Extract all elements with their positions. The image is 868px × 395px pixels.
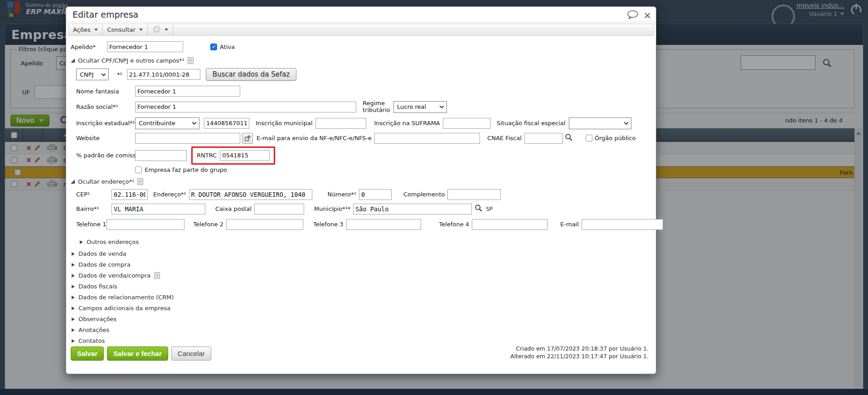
- report-icon[interactable]: [188, 57, 194, 64]
- telefone4-input[interactable]: [472, 219, 548, 230]
- numero-input[interactable]: [359, 189, 392, 200]
- section-toggle-campos-adicionais[interactable]: Campos adicionais da empresa: [72, 305, 656, 312]
- section-collapsed-icon: [72, 274, 75, 278]
- municipio-uf-value: SP: [486, 206, 493, 212]
- caixa-postal-input[interactable]: [254, 204, 304, 215]
- section-toggle-observacoes[interactable]: Observações: [72, 316, 656, 322]
- municipio-label: Município*¹*: [314, 205, 350, 212]
- grupo-label: Empresa faz parte do grupo: [145, 166, 227, 173]
- grupo-checkbox[interactable]: [135, 166, 142, 173]
- modal-titlebar: Editar empresa ×: [66, 7, 656, 22]
- settings-menu-button[interactable]: [148, 24, 173, 35]
- inscricao-municipal-label: Inscrição municipal: [256, 120, 313, 127]
- cnae-input[interactable]: [524, 133, 563, 144]
- regime-select[interactable]: Lucro real: [393, 101, 447, 113]
- section-expanded-icon: [71, 59, 75, 63]
- razao-social-input[interactable]: [135, 102, 356, 112]
- inscricao-municipal-input[interactable]: [315, 118, 366, 129]
- close-icon[interactable]: ×: [643, 11, 651, 20]
- cep-input[interactable]: [112, 189, 148, 200]
- search-icon[interactable]: [565, 133, 573, 143]
- email-nfe-input[interactable]: [374, 133, 480, 144]
- endereco-label: Endereço*¹: [153, 191, 186, 198]
- chevron-down-icon: [94, 29, 98, 31]
- nome-fantasia-input[interactable]: [135, 86, 240, 97]
- section-collapsed-icon: [72, 317, 75, 321]
- chat-bubble-icon[interactable]: [627, 10, 639, 21]
- section-endereco-label: Ocultar endereço*¹: [78, 178, 134, 185]
- modal-title: Editar empresa: [73, 10, 138, 20]
- chevron-down-icon: [165, 29, 168, 31]
- situacao-fiscal-select[interactable]: [569, 117, 631, 129]
- actions-menu-label: Ações: [73, 26, 91, 33]
- ativa-checkbox[interactable]: [210, 44, 217, 50]
- section-cpf-label: Ocultar CPF/CNPJ e outros campos*¹: [78, 57, 184, 64]
- chevron-down-icon: [139, 29, 143, 31]
- doc-required-marker: *¹: [117, 71, 122, 78]
- section-collapsed-icon: [80, 240, 83, 244]
- chevron-down-icon: [192, 121, 197, 125]
- chevron-down-icon: [102, 72, 106, 76]
- ativa-label: Ativa: [220, 44, 235, 50]
- save-close-button[interactable]: Salvar e fechar: [107, 346, 168, 361]
- section-expanded-icon: [71, 180, 75, 184]
- report-icon[interactable]: [137, 178, 143, 185]
- inscricao-estadual-input[interactable]: [204, 118, 249, 129]
- cnpj-input[interactable]: [127, 69, 200, 80]
- website-input[interactable]: [135, 133, 240, 144]
- audit-stamps: Criado em 17/07/2023 20:18:37 por Usuári…: [510, 345, 649, 361]
- telefone1-input[interactable]: [107, 219, 184, 230]
- section-collapsed-icon: [72, 296, 75, 299]
- section-toggle-dados-venda-compra[interactable]: Dados de venda/compra: [72, 273, 656, 279]
- section-collapsed-icon: [72, 252, 75, 256]
- section-toggle-endereco[interactable]: Ocultar endereço*¹: [71, 178, 656, 185]
- municipio-input[interactable]: [353, 204, 472, 215]
- save-button[interactable]: Salvar: [71, 346, 104, 361]
- website-label: Website: [76, 135, 135, 141]
- complemento-input[interactable]: [447, 189, 501, 200]
- rntrc-highlight-box: RNTRC: [191, 146, 275, 165]
- nome-fantasia-label: Nome fantasia: [76, 88, 135, 95]
- consult-menu-button[interactable]: Consultar: [103, 24, 148, 35]
- modal-footer: Salvar Salvar e fechar Cancelar Criado e…: [71, 345, 649, 361]
- section-collapsed-icon: [72, 263, 75, 267]
- open-link-icon[interactable]: [242, 133, 253, 144]
- caixa-postal-label: Caixa postal: [215, 205, 252, 212]
- inscricao-estadual-label: Inscrição estadual*¹: [76, 120, 135, 127]
- orgao-publico-checkbox[interactable]: [586, 135, 592, 141]
- section-toggle-dados-compra[interactable]: Dados de compra: [72, 262, 656, 268]
- cancel-button[interactable]: Cancelar: [171, 346, 211, 361]
- section-toggle-cpf-cnpj[interactable]: Ocultar CPF/CNPJ e outros campos*¹: [71, 57, 656, 64]
- section-collapsed-icon: [72, 339, 75, 343]
- section-toggle-anotacoes[interactable]: Anotações: [72, 327, 656, 333]
- apelido-input[interactable]: [107, 41, 183, 52]
- report-icon[interactable]: [154, 272, 160, 279]
- section-toggle-outros-enderecos[interactable]: Outros endereços: [80, 239, 656, 245]
- rntrc-input[interactable]: [220, 150, 270, 161]
- inscricao-estadual-type-select[interactable]: Contribuinte: [135, 117, 199, 129]
- email-input[interactable]: [582, 219, 663, 230]
- numero-label: Número*¹: [328, 191, 356, 198]
- section-toggle-crm[interactable]: Dados de relacionamento (CRM): [72, 294, 656, 301]
- sefaz-lookup-button[interactable]: Buscar dados da Sefaz: [206, 68, 297, 81]
- telefone3-label: Telefone 3: [313, 221, 344, 228]
- complemento-label: Complemento: [403, 191, 445, 198]
- chevron-down-icon: [440, 104, 444, 109]
- telefone3-input[interactable]: [346, 219, 421, 230]
- endereco-input[interactable]: [189, 189, 312, 200]
- section-collapsed-icon: [72, 307, 75, 310]
- bairro-input[interactable]: [112, 204, 205, 215]
- modified-stamp: Alterado em 22/11/2023 10:17:47 por Usuá…: [510, 353, 649, 361]
- section-toggle-dados-fiscais[interactable]: Dados fiscais: [72, 283, 656, 290]
- actions-menu-button[interactable]: Ações: [68, 24, 103, 35]
- edit-company-modal: Editar empresa × Ações Consultar Apelido…: [66, 6, 656, 374]
- doc-type-select[interactable]: CNPJ: [76, 68, 109, 80]
- inscricao-estadual-type-value: Contribuinte: [139, 120, 175, 127]
- section-toggle-contatos[interactable]: Contatos: [72, 338, 656, 344]
- razao-social-label: Razão social*¹: [76, 103, 135, 110]
- suframa-input[interactable]: [443, 118, 490, 129]
- search-icon[interactable]: [475, 204, 483, 214]
- telefone2-input[interactable]: [226, 219, 303, 230]
- section-toggle-dados-venda[interactable]: Dados de venda: [72, 251, 656, 257]
- comissao-input[interactable]: [135, 150, 187, 161]
